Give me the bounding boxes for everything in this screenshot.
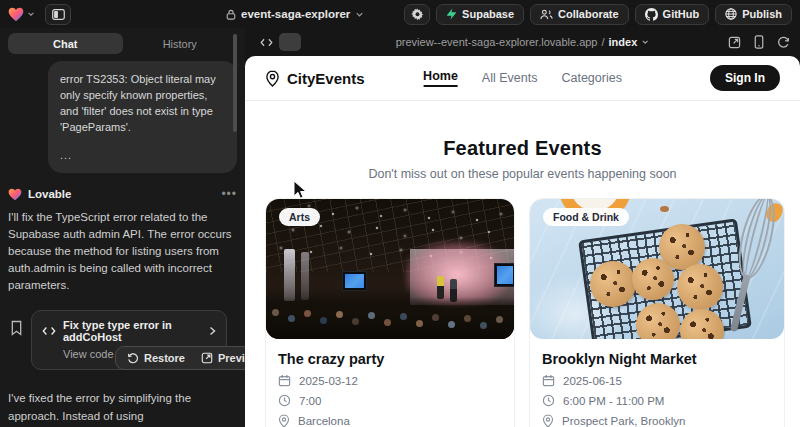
- project-name: event-saga-explorer: [241, 8, 350, 20]
- event-time-row: 7:00: [278, 394, 502, 407]
- assistant-name: Lovable: [28, 188, 215, 200]
- calendar-icon: [542, 374, 555, 387]
- site-brand[interactable]: CityEvents: [265, 70, 365, 87]
- supabase-bolt-icon: [446, 8, 457, 20]
- nav-categories[interactable]: Categories: [561, 71, 621, 85]
- event-location-row: Prospect Park, Brooklyn: [542, 414, 772, 427]
- user-message: error TS2353: Object literal may only sp…: [48, 61, 237, 173]
- event-card-brooklyn-market[interactable]: Food & Drink Brooklyn Night Market 2025-…: [529, 198, 785, 427]
- category-badge: Food & Drink: [543, 208, 629, 226]
- event-time-row: 6:00 PM - 11:00 PM: [542, 394, 772, 407]
- tab-chat[interactable]: Chat: [8, 33, 123, 54]
- code-preview-toggle: [255, 33, 301, 51]
- github-icon: [645, 8, 658, 21]
- lovable-heart-icon: [8, 188, 22, 201]
- sign-in-button[interactable]: Sign In: [710, 65, 780, 91]
- featured-section-header: Featured Events Don't miss out on these …: [245, 137, 800, 181]
- nav-home[interactable]: Home: [423, 69, 458, 87]
- app-top-bar: event-saga-explorer Supabase Collaborate: [0, 0, 800, 28]
- collaborate-button[interactable]: Collaborate: [530, 4, 629, 25]
- chevron-down-icon: [641, 38, 649, 46]
- event-title: The crazy party: [278, 351, 502, 367]
- version-hover-actions: Restore Preview: [115, 346, 245, 370]
- preview-version-button[interactable]: Preview: [195, 350, 245, 366]
- assistant-intro: I'll fix the TypeScript error related to…: [8, 209, 237, 294]
- site-header: CityEvents Home All Events Categories Si…: [245, 56, 800, 101]
- chevron-right-icon: [209, 326, 216, 336]
- lovable-heart-icon: [8, 7, 24, 22]
- open-in-new-tab-icon[interactable]: [728, 36, 741, 49]
- publish-button[interactable]: Publish: [715, 4, 792, 25]
- preview-url-bar[interactable]: preview--event-saga-explorer.lovable.app…: [396, 28, 650, 56]
- restore-button[interactable]: Restore: [121, 350, 191, 366]
- lovable-logo-menu[interactable]: [8, 7, 35, 22]
- preview-url: preview--event-saga-explorer.lovable.app: [396, 36, 598, 48]
- event-card-crazy-party[interactable]: Arts The crazy party 2025-03-12 7: [265, 198, 515, 427]
- code-icon: [42, 326, 56, 336]
- chevron-down-icon: [27, 10, 35, 18]
- globe-icon: [725, 8, 737, 20]
- preview-route: index: [609, 36, 638, 48]
- user-message-text: error TS2353: Object literal may only sp…: [60, 71, 225, 135]
- assistant-header: Lovable •••: [8, 187, 237, 201]
- gear-icon: [411, 8, 424, 21]
- toggle-sidebar-button[interactable]: [45, 4, 71, 25]
- mobile-view-icon[interactable]: [754, 35, 764, 49]
- event-title: Brooklyn Night Market: [542, 351, 772, 367]
- event-date-row: 2025-03-12: [278, 374, 502, 387]
- event-cards: Arts The crazy party 2025-03-12 7: [245, 198, 800, 427]
- chat-scrollbar[interactable]: [233, 34, 237, 132]
- settings-button[interactable]: [404, 4, 430, 25]
- tool-card-title: Fix type type error in addCoHost: [63, 319, 195, 343]
- rendered-site: CityEvents Home All Events Categories Si…: [245, 56, 800, 427]
- event-image-cookies: Food & Drink: [530, 199, 784, 339]
- refresh-icon[interactable]: [777, 36, 790, 49]
- featured-heading: Featured Events: [245, 137, 800, 160]
- chat-sidebar: Chat History error TS2353: Object litera…: [0, 28, 245, 427]
- chat-history-tabs: Chat History: [8, 33, 237, 54]
- preview-toolbar: preview--event-saga-explorer.lovable.app…: [245, 28, 800, 56]
- assistant-summary: I've fixed the error by simplifying the …: [8, 390, 237, 427]
- featured-subheading: Don't miss out on these popular events h…: [245, 167, 800, 181]
- message-truncated-ellipsis: ...: [60, 147, 225, 163]
- people-icon: [540, 9, 553, 20]
- tab-history[interactable]: History: [123, 33, 238, 54]
- event-location-row: Barcelona: [278, 414, 502, 427]
- chevron-down-icon: [355, 10, 364, 19]
- map-pin-icon: [278, 414, 290, 427]
- external-link-icon: [201, 352, 213, 364]
- restore-icon: [127, 352, 139, 364]
- bookmark-icon[interactable]: [10, 320, 23, 336]
- calendar-icon: [278, 374, 291, 387]
- nav-all-events[interactable]: All Events: [482, 71, 538, 85]
- lock-icon: [226, 9, 236, 20]
- event-image-party: Arts: [266, 199, 514, 339]
- code-view-button[interactable]: [255, 33, 277, 51]
- project-switcher[interactable]: event-saga-explorer: [226, 0, 364, 28]
- supabase-button[interactable]: Supabase: [436, 4, 524, 25]
- event-date-row: 2025-06-15: [542, 374, 772, 387]
- map-pin-icon: [542, 414, 554, 427]
- message-more-menu-icon[interactable]: •••: [221, 187, 237, 201]
- preview-pane: preview--event-saga-explorer.lovable.app…: [245, 28, 800, 427]
- clock-icon: [542, 394, 555, 407]
- site-nav: Home All Events Categories: [423, 69, 622, 87]
- map-pin-icon: [265, 70, 280, 87]
- category-badge: Arts: [279, 208, 320, 226]
- github-button[interactable]: GitHub: [635, 4, 710, 25]
- panel-layout-icon: [52, 9, 65, 20]
- preview-view-button[interactable]: [279, 33, 301, 51]
- clock-icon: [278, 394, 291, 407]
